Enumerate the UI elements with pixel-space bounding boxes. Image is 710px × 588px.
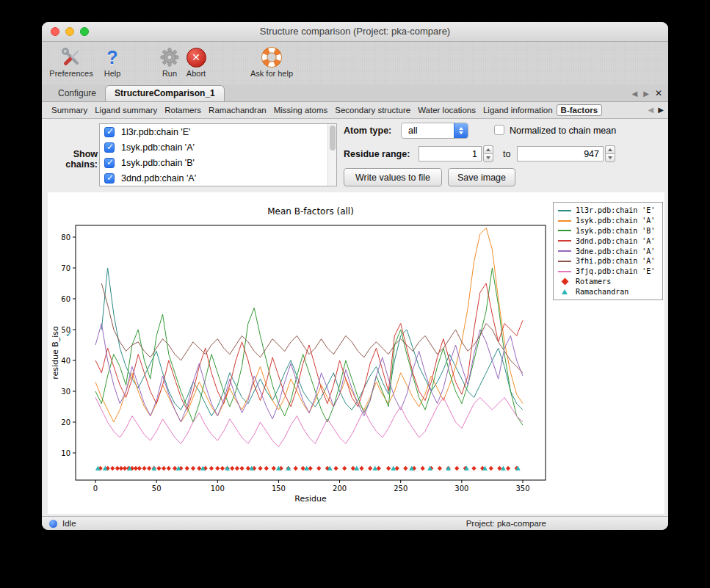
tab-secondary-structure[interactable]: Secondary structure (331, 104, 414, 116)
residue-from-stepper[interactable] (483, 145, 493, 162)
title-bar: Structure comparison (Project: pka-compa… (42, 22, 668, 42)
stepper-down-icon[interactable] (605, 153, 615, 162)
legend-label: Ramachandran (576, 288, 629, 296)
stepper-down-icon[interactable] (483, 153, 493, 162)
tab-scroll-left-icon[interactable]: ◀ (632, 90, 638, 98)
legend-item: Rotamers (557, 277, 659, 287)
tab-ramachandran[interactable]: Ramachandran (205, 104, 270, 116)
help-question-icon: ? (106, 46, 117, 69)
svg-text:10: 10 (61, 449, 70, 457)
help-button[interactable]: ? Help (99, 46, 126, 78)
chart-title: Mean B-factors (all) (267, 206, 354, 217)
chain-checkbox[interactable] (104, 127, 115, 137)
svg-text:250: 250 (394, 484, 407, 493)
tab-ligand-summary[interactable]: Ligand summary (91, 104, 161, 116)
legend-swatch-icon (557, 279, 572, 284)
tab-missing-atoms[interactable]: Missing atoms (270, 104, 332, 116)
close-window-button[interactable] (51, 27, 59, 36)
legend-item: 3dne.pdb:chain 'A' (557, 246, 659, 256)
svg-text:150: 150 (272, 484, 286, 493)
legend-swatch-icon (557, 271, 572, 272)
svg-text:350: 350 (515, 484, 529, 493)
legend-item: 1syk.pdb:chain 'B' (557, 226, 659, 236)
residue-to-field[interactable] (517, 146, 604, 161)
dropdown-stepper-icon[interactable] (454, 123, 468, 138)
atom-type-label: Atom type: (344, 126, 391, 136)
chain-label: 1l3r.pdb:chain 'E' (121, 127, 190, 137)
normalized-checkbox[interactable] (494, 125, 504, 135)
chain-checkbox[interactable] (104, 173, 115, 184)
legend-item: 3fhi.pdb:chain 'A' (557, 256, 659, 266)
tab-close-icon[interactable]: ✕ (655, 88, 662, 98)
status-project: Project: pka-compare (466, 519, 546, 528)
y-axis-label: residue B_iso (51, 326, 60, 380)
tab-scroll-right-icon[interactable]: ▶ (643, 90, 649, 98)
legend-label: 3fjq.pdb:chain 'E' (576, 267, 655, 275)
tab-summary[interactable]: Summary (48, 104, 91, 116)
traffic-lights (51, 27, 89, 36)
svg-text:100: 100 (211, 484, 225, 493)
chain-checkbox[interactable] (104, 142, 115, 153)
svg-text:70: 70 (61, 264, 70, 272)
write-values-button[interactable]: Write values to file (344, 168, 442, 186)
legend-label: 3dnd.pdb:chain 'A' (576, 237, 655, 245)
list-item[interactable]: 1l3r.pdb:chain 'E' (100, 124, 336, 139)
chart-legend: 1l3r.pdb:chain 'E'1syk.pdb:chain 'A'1syk… (553, 202, 663, 300)
subtab-scroll-right-icon[interactable]: ▶ (658, 106, 664, 114)
legend-item: 1syk.pdb:chain 'A' (557, 216, 659, 226)
status-indicator-icon (49, 520, 57, 528)
chain-list-scrollbar[interactable] (327, 124, 336, 186)
stepper-up-icon[interactable] (483, 145, 493, 153)
scrollbar-thumb[interactable] (330, 126, 336, 150)
list-item[interactable]: 3dnd.pdb:chain 'A' (100, 170, 336, 186)
legend-swatch-icon (557, 261, 572, 262)
chain-label: 1syk.pdb:chain 'B' (121, 158, 195, 168)
preferences-tools-icon (60, 46, 82, 69)
legend-label: 3fhi.pdb:chain 'A' (576, 257, 655, 265)
tab-b-factors[interactable]: B-factors (557, 104, 602, 116)
legend-label: 1l3r.pdb:chain 'E' (576, 206, 655, 214)
atom-type-value: all (402, 126, 454, 136)
abort-button[interactable]: ✕ Abort (183, 46, 209, 78)
tab-rotamers[interactable]: Rotamers (161, 104, 205, 116)
toolbar-label: Abort (186, 69, 206, 78)
tab-water-locations[interactable]: Water locations (414, 104, 479, 116)
svg-text:20: 20 (61, 418, 70, 427)
minimize-window-button[interactable] (65, 27, 74, 36)
residue-to-stepper[interactable] (605, 145, 615, 162)
subtab-scroll-left-icon[interactable]: ◀ (648, 106, 654, 114)
app-window: Structure comparison (Project: pka-compa… (42, 22, 668, 530)
legend-swatch-icon (557, 250, 572, 252)
legend-swatch-icon (557, 230, 572, 231)
toolbar-label: Run (162, 69, 177, 78)
stepper-up-icon[interactable] (605, 145, 615, 153)
tab-configure[interactable]: Configure (49, 86, 105, 101)
x-axis-label: Residue (294, 494, 327, 504)
residue-from-field[interactable] (419, 146, 482, 161)
legend-swatch-icon (557, 210, 572, 211)
atom-type-dropdown[interactable]: all (401, 123, 468, 139)
chain-list[interactable]: 1l3r.pdb:chain 'E' 1syk.pdb:chain 'A' 1s… (99, 123, 337, 186)
toolbar-label: Preferences (49, 69, 93, 78)
to-label: to (503, 149, 510, 159)
legend-swatch-icon (557, 240, 572, 242)
window-title: Structure comparison (Project: pka-compa… (42, 22, 668, 41)
zoom-window-button[interactable] (80, 27, 89, 36)
tab-structurecomparison-1[interactable]: StructureComparison_1 (105, 85, 225, 101)
svg-text:40: 40 (61, 357, 70, 365)
tab-ligand-information[interactable]: Ligand information (479, 104, 557, 116)
svg-text:30: 30 (61, 388, 70, 396)
sub-tab-controls: ◀ ▶ (648, 106, 664, 114)
tab-controls: ◀ ▶ ✕ (632, 88, 662, 98)
stray-check-mark: ✓ (65, 329, 73, 339)
run-button[interactable]: Run (156, 46, 183, 78)
ask-for-help-button[interactable]: Ask for help (243, 46, 300, 78)
list-item[interactable]: 1syk.pdb:chain 'A' (100, 139, 336, 155)
sub-tab-bar: Summary Ligand summary Rotamers Ramachan… (42, 102, 668, 119)
list-item[interactable]: 1syk.pdb:chain 'B' (100, 155, 336, 170)
save-image-button[interactable]: Save image (448, 168, 515, 186)
status-text: Idle (62, 519, 76, 528)
legend-label: 1syk.pdb:chain 'B' (576, 227, 655, 235)
preferences-button[interactable]: Preferences (48, 46, 95, 78)
chain-checkbox[interactable] (104, 158, 115, 168)
